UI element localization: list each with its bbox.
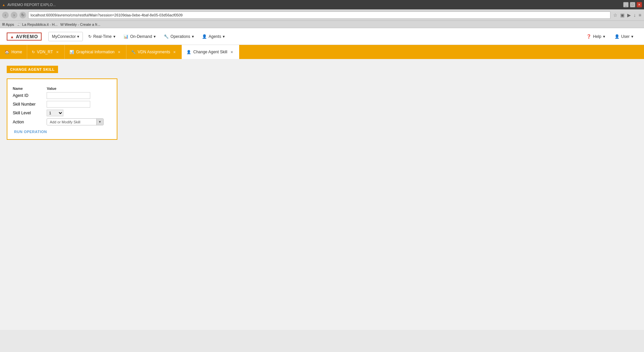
tabs-bar: 🏠 Home ↻ VDN_RT ✕ 📊 Graphical Informatio… [0, 45, 644, 59]
minimize-button[interactable]: _ [623, 2, 629, 7]
action-dropdown-arrow[interactable]: ▾ [96, 119, 103, 125]
skill-number-row: Skill Number [11, 100, 113, 109]
agent-id-row: Agent ID [11, 91, 113, 100]
ondemand-label: On-Demand [130, 34, 152, 39]
realtime-menu[interactable]: ↻ Real-Time ▾ [84, 32, 119, 41]
ondemand-arrow: ▾ [154, 34, 156, 39]
title-bar: ▲ AVREMO REPORT EXPLO... _ □ ✕ [0, 0, 644, 9]
action-row: Action Add or Modify Skill ▾ [11, 117, 113, 126]
connector-arrow: ▾ [77, 34, 79, 39]
tab-vdn-assignments[interactable]: 🔧 VDN Assignments ✕ [126, 45, 182, 59]
tab-home[interactable]: 🏠 Home [0, 45, 27, 59]
operations-label: Operations [170, 34, 190, 39]
connector-label: MyConnector [52, 34, 76, 39]
col-name-header: Name [11, 86, 45, 91]
user-label: User [621, 34, 630, 39]
agents-icon: 👤 [202, 34, 207, 39]
toolbar-icons: ☆ ▣ ▶ ↓ ≡ [612, 12, 642, 18]
operations-icon: 🔧 [164, 34, 169, 39]
monitor-icon[interactable]: ▣ [620, 12, 625, 18]
user-icon: 👤 [614, 34, 620, 39]
help-menu[interactable]: ❓ Help ▾ [582, 32, 609, 41]
help-label: Help [593, 34, 601, 39]
user-menu[interactable]: 👤 User ▾ [610, 32, 637, 41]
agents-menu[interactable]: 👤 Agents ▾ [198, 32, 229, 41]
reload-button[interactable]: ↻ [19, 12, 26, 18]
back-button[interactable]: ‹ [2, 12, 9, 18]
apps-icon: ⊞ [2, 22, 5, 26]
section-title: CHANGE AGENT SKILL [7, 66, 58, 73]
tab-vdn-assignments-close[interactable]: ✕ [172, 50, 177, 54]
help-arrow: ▾ [603, 34, 605, 39]
tab-graphical-close[interactable]: ✕ [117, 50, 121, 54]
agent-id-label: Agent ID [11, 91, 45, 100]
tab-vdn-rt[interactable]: ↻ VDN_RT ✕ [27, 45, 65, 59]
connector-dropdown[interactable]: MyConnector ▾ [48, 32, 83, 41]
tab-favicon: ▲ [2, 3, 5, 7]
change-agent-skill-icon: 👤 [186, 50, 191, 54]
form-table: Name Value Agent ID Skill Number [11, 86, 113, 126]
play-icon[interactable]: ▶ [627, 12, 632, 18]
bookmark-apps[interactable]: ⊞ Apps [2, 22, 14, 26]
action-dropdown-label: Add or Modify Skill [47, 119, 96, 125]
action-label: Action [11, 117, 45, 126]
nav-right: ❓ Help ▾ 👤 User ▾ [582, 32, 637, 41]
repubblica-icon: 📰 [17, 22, 21, 26]
logo: ▲ AVREMO [7, 33, 42, 41]
app-content: ▲ AVREMO MyConnector ▾ ↻ Real-Time ▾ 📊 O… [0, 28, 644, 330]
realtime-label: Real-Time [93, 34, 112, 39]
bookmark-weebly[interactable]: W Weebly - Create a fr... [60, 22, 100, 26]
operations-menu[interactable]: 🔧 Operations ▾ [160, 32, 198, 41]
maximize-button[interactable]: □ [630, 2, 635, 7]
agents-arrow: ▾ [223, 34, 225, 39]
skill-level-label: Skill Level [11, 109, 45, 117]
star-icon[interactable]: ☆ [612, 12, 618, 18]
ondemand-icon: 📊 [123, 34, 128, 39]
home-icon: 🏠 [5, 50, 9, 54]
window-controls[interactable]: _ □ ✕ [623, 2, 642, 7]
graphical-icon: 📊 [69, 50, 74, 54]
user-arrow: ▾ [631, 34, 633, 39]
realtime-icon: ↻ [88, 34, 92, 39]
tab-title: AVREMO REPORT EXPLO... [7, 3, 621, 7]
form-box: Name Value Agent ID Skill Number [7, 78, 117, 140]
logo-text: AVREMO [16, 34, 38, 39]
browser-toolbar: ‹ › ↻ ☆ ▣ ▶ ↓ ≡ [0, 9, 644, 21]
tab-home-label: Home [11, 50, 22, 54]
skill-number-label: Skill Number [11, 100, 45, 109]
col-value-header: Value [45, 86, 113, 91]
skill-level-select[interactable]: 1 2 3 4 5 6 7 8 9 10 11 [47, 110, 63, 116]
tab-change-agent-skill[interactable]: 👤 Change Agent Skill ✕ [182, 45, 239, 59]
ondemand-menu[interactable]: 📊 On-Demand ▾ [119, 32, 160, 41]
apps-label: Apps [6, 22, 14, 26]
skill-number-input[interactable] [47, 101, 90, 108]
operations-arrow: ▾ [192, 34, 194, 39]
logo-triangle: ▲ [10, 35, 14, 39]
run-operation-button[interactable]: RUN OPERATION [11, 128, 50, 135]
tab-change-agent-skill-label: Change Agent Skill [193, 50, 227, 54]
agents-label: Agents [209, 34, 221, 39]
menu-icon[interactable]: ≡ [638, 12, 642, 18]
tab-graphical[interactable]: 📊 Graphical Information ✕ [65, 45, 126, 59]
forward-button[interactable]: › [11, 12, 17, 18]
tab-change-agent-skill-close[interactable]: ✕ [229, 50, 234, 54]
vdn-rt-icon: ↻ [32, 50, 35, 54]
weebly-label: Weebly - Create a fr... [64, 22, 100, 26]
vdn-assignments-icon: 🔧 [131, 50, 136, 54]
weebly-icon: W [60, 22, 64, 26]
help-icon: ❓ [586, 34, 591, 39]
tab-vdn-rt-label: VDN_RT [37, 50, 53, 54]
close-button[interactable]: ✕ [637, 2, 642, 7]
tab-graphical-label: Graphical Information [76, 50, 115, 54]
download-icon[interactable]: ↓ [633, 12, 637, 18]
skill-level-row: Skill Level 1 2 3 4 5 6 7 8 [11, 109, 113, 117]
action-dropdown[interactable]: Add or Modify Skill ▾ [47, 118, 104, 125]
agent-id-input[interactable] [47, 92, 90, 99]
realtime-arrow: ▾ [113, 34, 115, 39]
bookmark-repubblica[interactable]: 📰 La Repubblica.it - H... [17, 22, 58, 26]
tab-vdn-rt-close[interactable]: ✕ [55, 50, 60, 54]
main-content: CHANGE AGENT SKILL Name Value Agent ID [0, 59, 644, 146]
tab-vdn-assignments-label: VDN Assignments [138, 50, 170, 54]
browser-chrome: ▲ AVREMO REPORT EXPLO... _ □ ✕ ‹ › ↻ ☆ ▣… [0, 0, 644, 28]
address-bar[interactable] [28, 11, 610, 19]
